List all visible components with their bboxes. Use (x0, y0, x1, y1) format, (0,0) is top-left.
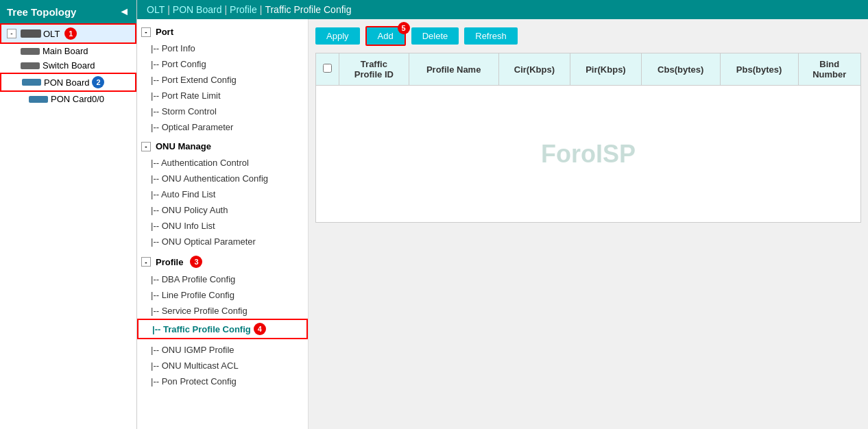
menu-item-storm-control[interactable]: |-- Storm Control (137, 103, 308, 119)
menu-item-port-config[interactable]: |-- Port Config (137, 56, 308, 72)
menu-item-dba-profile-config[interactable]: |-- DBA Profile Config (137, 271, 308, 287)
profile-items: |-- DBA Profile Config |-- Line Profile … (137, 271, 308, 339)
port-section-label: Port (156, 27, 173, 37)
sidebar: Tree Topology ◄ - OLT 1 Main Board (0, 0, 137, 429)
table-wrapper: TrafficProfile ID Profile Name Cir(Kbps)… (315, 53, 861, 223)
olt-expand-icon[interactable]: - (7, 29, 16, 38)
table-body: ForoISP (316, 86, 861, 223)
pon-board-icon (22, 79, 41, 86)
table-header: TrafficProfile ID Profile Name Cir(Kbps)… (316, 53, 861, 86)
split-layout: - Port |-- Port Info |-- Port Config |--… (137, 19, 868, 429)
menu-item-pon-protect-config[interactable]: |-- Pon Protect Config (137, 373, 308, 389)
sidebar-item-pon-card[interactable]: PON Card0/0 (0, 92, 136, 106)
olt-device-icon (21, 29, 41, 38)
switch-board-label: Switch Board (43, 60, 95, 71)
sidebar-item-switch-board[interactable]: Switch Board (0, 58, 136, 73)
menu-item-auto-find-list[interactable]: |-- Auto Find List (137, 186, 308, 202)
add-button[interactable]: Add 5 (365, 26, 406, 46)
refresh-button[interactable]: Refresh (464, 27, 518, 45)
col-pir: Pir(Kbps) (570, 53, 642, 86)
menu-section-port-header[interactable]: - Port (137, 23, 308, 40)
pon-board-badge: 2 (92, 76, 104, 88)
onu-manage-expand-icon[interactable]: - (141, 142, 151, 151)
breadcrumb-olt[interactable]: OLT (147, 4, 165, 15)
traffic-profile-badge: 4 (254, 323, 266, 335)
breadcrumb-traffic-profile-config: Traffic Profile Config (265, 4, 351, 15)
menu-item-traffic-profile-config[interactable]: |-- Traffic Profile Config 4 (137, 319, 308, 339)
port-items: |-- Port Info |-- Port Config |-- Port E… (137, 40, 308, 135)
menu-item-service-profile-config[interactable]: |-- Service Profile Config (137, 303, 308, 319)
sidebar-item-main-board[interactable]: Main Board (0, 44, 136, 58)
pon-board-label: PON Board (44, 77, 89, 88)
sidebar-item-pon-board[interactable]: PON Board 2 (0, 73, 136, 92)
menu-item-onu-policy-auth[interactable]: |-- ONU Policy Auth (137, 202, 308, 218)
menu-item-port-rate-limit[interactable]: |-- Port Rate Limit (137, 88, 308, 103)
watermark: ForoISP (541, 140, 636, 169)
menu-section-port: - Port |-- Port Info |-- Port Config |--… (137, 23, 308, 135)
menu-item-onu-igmp-profile[interactable]: |-- ONU IGMP Profile (137, 342, 308, 358)
pon-card-label: PON Card0/0 (51, 94, 104, 104)
olt-badge: 1 (64, 27, 77, 40)
pon-card-icon (29, 96, 48, 103)
menu-item-onu-auth-config[interactable]: |-- ONU Authentication Config (137, 171, 308, 186)
select-all-checkbox[interactable] (323, 64, 332, 73)
main-board-icon (21, 48, 40, 55)
menu-item-line-profile-config[interactable]: |-- Line Profile Config (137, 287, 308, 303)
left-menu: - Port |-- Port Info |-- Port Config |--… (137, 19, 309, 429)
breadcrumb-sep-2: | (224, 4, 227, 15)
menu-item-port-info[interactable]: |-- Port Info (137, 40, 308, 56)
onu-manage-items: |-- Authentication Control |-- ONU Authe… (137, 155, 308, 249)
menu-section-profile-header[interactable]: - Profile 3 (137, 252, 308, 271)
sidebar-item-olt[interactable]: - OLT 1 (0, 23, 136, 44)
col-traffic-profile-id: TrafficProfile ID (339, 53, 409, 86)
menu-item-optical-parameter[interactable]: |-- Optical Parameter (137, 119, 308, 135)
col-bind-number: BindNumber (798, 53, 860, 86)
content-area: OLT | PON Board | Profile | Traffic Prof… (137, 0, 868, 429)
profile-badge: 3 (190, 256, 202, 268)
empty-row: ForoISP (316, 86, 861, 223)
menu-item-onu-multicast-acl[interactable]: |-- ONU Multicast ACL (137, 358, 308, 373)
menu-item-onu-info-list[interactable]: |-- ONU Info List (137, 218, 308, 234)
port-expand-icon[interactable]: - (141, 27, 151, 37)
menu-section-profile: - Profile 3 |-- DBA Profile Config |-- L… (137, 252, 308, 339)
profile-section-label: Profile (156, 257, 183, 267)
onu-manage-label: ONU Manage (156, 141, 211, 151)
apply-button[interactable]: Apply (315, 27, 360, 45)
breadcrumb-pon-board[interactable]: PON Board (173, 4, 222, 15)
table-header-row: TrafficProfile ID Profile Name Cir(Kbps)… (316, 53, 861, 86)
app-container: Tree Topology ◄ - OLT 1 Main Board (0, 0, 868, 429)
col-cbs: Cbs(bytes) (641, 53, 720, 86)
breadcrumb-sep-3: | (260, 4, 263, 15)
table-toolbar: Apply Add 5 Delete Refresh (315, 26, 861, 46)
sidebar-collapse-button[interactable]: ◄ (119, 5, 130, 18)
data-table: TrafficProfile ID Profile Name Cir(Kbps)… (315, 53, 861, 223)
right-panel: Apply Add 5 Delete Refresh (309, 19, 868, 429)
add-badge: 5 (398, 22, 410, 34)
main-board-label: Main Board (43, 46, 88, 56)
menu-item-onu-optical-parameter[interactable]: |-- ONU Optical Parameter (137, 234, 308, 249)
switch-board-icon (21, 62, 40, 69)
main-layout: Tree Topology ◄ - OLT 1 Main Board (0, 0, 868, 429)
olt-label: OLT (43, 29, 60, 39)
breadcrumb: OLT | PON Board | Profile | Traffic Prof… (137, 0, 868, 19)
breadcrumb-profile[interactable]: Profile (230, 4, 257, 15)
sidebar-title: Tree Topology (7, 6, 76, 18)
col-cir: Cir(Kbps) (498, 53, 570, 86)
col-checkbox (316, 53, 339, 86)
profile-expand-icon[interactable]: - (141, 257, 151, 267)
menu-item-port-extend-config[interactable]: |-- Port Extend Config (137, 72, 308, 88)
col-pbs: Pbs(bytes) (720, 53, 798, 86)
empty-cell: ForoISP (316, 86, 861, 223)
menu-section-onu-manage-header[interactable]: - ONU Manage (137, 138, 308, 155)
delete-button[interactable]: Delete (411, 27, 459, 45)
breadcrumb-sep-1: | (167, 4, 170, 15)
col-profile-name: Profile Name (409, 53, 498, 86)
menu-section-onu-manage: - ONU Manage |-- Authentication Control … (137, 138, 308, 249)
menu-item-authentication-control[interactable]: |-- Authentication Control (137, 155, 308, 171)
tree-topology-label: Tree Topology (7, 6, 76, 18)
sidebar-header: Tree Topology ◄ (0, 0, 136, 23)
